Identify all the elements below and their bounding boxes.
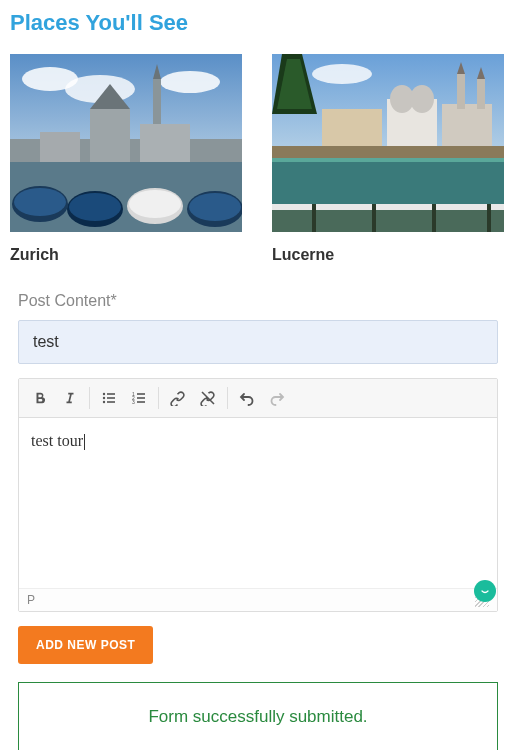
toolbar-separator bbox=[89, 387, 90, 409]
place-name: Zurich bbox=[10, 246, 244, 264]
svg-rect-40 bbox=[432, 204, 436, 232]
toolbar-separator bbox=[158, 387, 159, 409]
svg-rect-53 bbox=[137, 401, 145, 403]
success-message: Form successfully submitted. bbox=[18, 682, 498, 750]
unlink-icon bbox=[200, 390, 216, 406]
numbered-list-button[interactable]: 123 bbox=[124, 383, 154, 413]
editor-footer: P bbox=[19, 588, 497, 611]
link-icon bbox=[170, 390, 186, 406]
place-card-zurich: Zurich bbox=[10, 54, 244, 264]
svg-rect-29 bbox=[457, 74, 465, 109]
svg-point-17 bbox=[129, 190, 181, 218]
svg-rect-5 bbox=[90, 109, 130, 164]
italic-icon bbox=[63, 391, 77, 405]
svg-rect-37 bbox=[272, 204, 504, 210]
svg-point-44 bbox=[103, 397, 105, 399]
svg-point-3 bbox=[160, 71, 220, 93]
editor-text: test tour bbox=[31, 432, 85, 449]
svg-rect-41 bbox=[487, 204, 491, 232]
svg-point-46 bbox=[103, 401, 105, 403]
section-title: Places You'll See bbox=[10, 10, 506, 36]
place-card-lucerne: Lucerne bbox=[272, 54, 506, 264]
bullet-list-icon bbox=[101, 390, 117, 406]
numbered-list-icon: 123 bbox=[131, 390, 147, 406]
svg-rect-24 bbox=[322, 109, 382, 149]
svg-rect-34 bbox=[272, 158, 504, 208]
post-form: Post Content* 123 bbox=[10, 292, 506, 750]
place-image-zurich bbox=[10, 54, 242, 232]
content-label: Post Content* bbox=[18, 292, 506, 310]
svg-rect-49 bbox=[137, 393, 145, 395]
svg-text:3: 3 bbox=[132, 399, 135, 405]
svg-point-21 bbox=[312, 64, 372, 84]
link-button[interactable] bbox=[163, 383, 193, 413]
places-row: Zurich bbox=[10, 54, 506, 264]
unlink-button[interactable] bbox=[193, 383, 223, 413]
svg-rect-43 bbox=[107, 393, 115, 395]
place-name: Lucerne bbox=[272, 246, 506, 264]
svg-point-42 bbox=[103, 393, 105, 395]
undo-icon bbox=[239, 390, 255, 406]
chat-widget[interactable] bbox=[474, 580, 496, 602]
svg-rect-31 bbox=[477, 79, 485, 109]
svg-rect-10 bbox=[40, 132, 80, 164]
redo-icon bbox=[269, 390, 285, 406]
svg-rect-33 bbox=[272, 146, 504, 158]
smile-icon bbox=[480, 586, 490, 596]
svg-rect-47 bbox=[107, 401, 115, 403]
editor-toolbar: 123 bbox=[19, 379, 497, 418]
editor-body[interactable]: test tour bbox=[19, 418, 497, 588]
svg-rect-28 bbox=[442, 104, 492, 149]
svg-rect-45 bbox=[107, 397, 115, 399]
bullet-list-button[interactable] bbox=[94, 383, 124, 413]
place-image-lucerne bbox=[272, 54, 504, 232]
svg-rect-38 bbox=[312, 204, 316, 232]
svg-rect-39 bbox=[372, 204, 376, 232]
rich-editor: 123 test tour bbox=[18, 378, 498, 612]
add-new-post-button[interactable]: ADD NEW POST bbox=[18, 626, 153, 664]
svg-rect-35 bbox=[272, 158, 504, 162]
content-input[interactable] bbox=[18, 320, 498, 364]
redo-button[interactable] bbox=[262, 383, 292, 413]
svg-rect-9 bbox=[140, 124, 190, 164]
element-path: P bbox=[27, 593, 35, 607]
svg-point-27 bbox=[410, 85, 434, 113]
bold-icon bbox=[33, 391, 47, 405]
bold-button[interactable] bbox=[25, 383, 55, 413]
svg-rect-51 bbox=[137, 397, 145, 399]
italic-button[interactable] bbox=[55, 383, 85, 413]
svg-point-15 bbox=[69, 193, 121, 221]
svg-point-19 bbox=[189, 193, 241, 221]
undo-button[interactable] bbox=[232, 383, 262, 413]
toolbar-separator bbox=[227, 387, 228, 409]
svg-point-13 bbox=[14, 188, 66, 216]
